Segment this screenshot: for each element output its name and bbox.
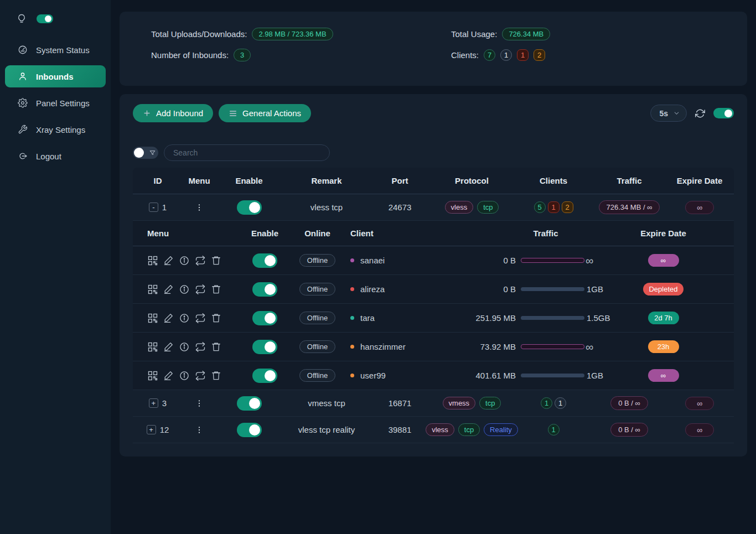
general-actions-button[interactable]: General Actions — [219, 104, 311, 122]
search-input[interactable] — [164, 144, 330, 161]
client-count-badge: 1 — [548, 201, 560, 213]
auto-refresh-toggle[interactable] — [713, 108, 734, 118]
stats-left: Total Uploads/Downloads: 2.98 MB / 723.3… — [151, 27, 451, 86]
client-name: tara — [360, 313, 375, 323]
client-expire-badge: ∞ — [648, 254, 679, 267]
col-header-id: ID — [133, 176, 183, 185]
inbounds-card: Add Inbound General Actions 5s — [120, 94, 747, 457]
sidebar-item-inbounds[interactable]: Inbounds — [5, 65, 106, 87]
info-icon[interactable] — [179, 284, 190, 295]
traffic-limit: 1.5GB — [584, 313, 610, 323]
reset-traffic-icon[interactable] — [195, 370, 206, 381]
row-menu-button[interactable] — [195, 399, 204, 408]
plus-icon — [143, 109, 151, 117]
delete-icon[interactable] — [211, 284, 221, 294]
clients-subtable: Menu Enable Online Client Traffic Expire… — [133, 221, 734, 390]
protocol-badge: vmess — [443, 397, 476, 409]
client-row-alireza: Offline alireza 0 B 1GB Depleted — [133, 275, 734, 304]
edit-icon[interactable] — [163, 313, 174, 323]
delete-icon[interactable] — [211, 313, 221, 323]
sidebar-nav: System Status Inbounds Panel Settings Xr… — [0, 37, 111, 169]
row-menu-button[interactable] — [195, 203, 204, 212]
collapse-button[interactable]: - — [149, 203, 158, 212]
theme-row — [0, 11, 111, 27]
row-menu-button[interactable] — [195, 426, 204, 434]
inbound-enable-toggle[interactable] — [237, 396, 262, 411]
subcol-online: Online — [291, 229, 344, 238]
info-icon[interactable] — [179, 341, 190, 352]
sidebar-item-xray-settings[interactable]: Xray Settings — [0, 116, 111, 143]
subtable-header: Menu Enable Online Client Traffic Expire… — [133, 221, 734, 246]
user-icon — [18, 71, 28, 81]
client-count-badge: 7 — [484, 49, 495, 61]
client-enable-toggle[interactable] — [252, 369, 277, 383]
dark-mode-toggle[interactable] — [37, 14, 53, 23]
delete-icon[interactable] — [211, 370, 221, 381]
subcol-client: Client — [344, 229, 454, 238]
search-row — [133, 144, 734, 161]
edit-icon[interactable] — [163, 370, 174, 381]
client-enable-toggle[interactable] — [252, 340, 277, 354]
reset-traffic-icon[interactable] — [195, 284, 206, 295]
add-inbound-label: Add Inbound — [156, 108, 203, 118]
col-header-expire: Expire Date — [666, 176, 733, 185]
stat-label: Number of Inbounds: — [151, 50, 229, 60]
info-icon[interactable] — [179, 255, 190, 266]
traffic-badge: 726.34 MB / ∞ — [599, 200, 660, 214]
qrcode-icon[interactable] — [147, 284, 158, 295]
client-count-badge: 1 — [541, 397, 552, 409]
general-actions-label: General Actions — [242, 108, 301, 118]
qrcode-icon[interactable] — [147, 313, 158, 324]
online-status-badge: Offline — [299, 340, 335, 353]
info-icon[interactable] — [179, 370, 190, 381]
sidebar: System Status Inbounds Panel Settings Xr… — [0, 0, 111, 534]
info-icon[interactable] — [179, 313, 190, 324]
stat-label: Total Uploads/Downloads: — [151, 29, 247, 39]
filter-toggle[interactable] — [133, 147, 158, 159]
gauge-icon — [18, 45, 28, 55]
inbound-id: 1 — [162, 203, 167, 212]
client-enable-toggle[interactable] — [252, 282, 277, 297]
delete-icon[interactable] — [211, 255, 221, 266]
edit-icon[interactable] — [163, 284, 174, 294]
expand-button[interactable]: + — [147, 425, 156, 434]
client-name: sanaei — [360, 256, 385, 265]
inbounds-table: ID Menu Enable Remark Port Protocol Clie… — [133, 168, 734, 443]
add-inbound-button[interactable]: Add Inbound — [133, 104, 213, 122]
sidebar-item-label: System Status — [36, 45, 90, 55]
client-enable-toggle[interactable] — [252, 311, 277, 325]
refresh-interval-select[interactable]: 5s — [650, 105, 687, 122]
qrcode-icon[interactable] — [147, 341, 158, 352]
sidebar-item-panel-settings[interactable]: Panel Settings — [0, 90, 111, 116]
client-row-hanszimmer: Offline hanszimmer 73.92 MB ∞ 23h — [133, 333, 734, 361]
delete-icon[interactable] — [211, 341, 221, 352]
inbound-enable-toggle[interactable] — [237, 423, 262, 437]
bulb-icon — [17, 14, 27, 24]
inbound-enable-toggle[interactable] — [237, 200, 262, 215]
qrcode-icon[interactable] — [147, 370, 158, 381]
col-header-clients: Clients — [515, 176, 592, 185]
edit-icon[interactable] — [163, 341, 174, 352]
expire-badge: ∞ — [685, 423, 714, 437]
client-expire-badge: 2d 7h — [648, 312, 679, 324]
sidebar-item-logout[interactable]: Logout — [0, 143, 111, 169]
client-dot — [350, 374, 354, 377]
inbound-id: 3 — [162, 398, 167, 408]
refresh-icon[interactable] — [695, 108, 705, 118]
reset-traffic-icon[interactable] — [195, 255, 206, 266]
traffic-used: 401.61 MB — [454, 371, 521, 380]
qrcode-icon[interactable] — [147, 255, 158, 266]
client-enable-toggle[interactable] — [252, 253, 277, 268]
client-expire-badge: 23h — [648, 340, 679, 353]
reset-traffic-icon[interactable] — [195, 313, 206, 324]
stat-uploads: Total Uploads/Downloads: 2.98 MB / 723.3… — [151, 27, 451, 42]
client-count-badge: 1 — [555, 397, 566, 409]
sidebar-item-system-status[interactable]: System Status — [0, 37, 111, 63]
reset-traffic-icon[interactable] — [195, 341, 206, 352]
expand-button[interactable]: + — [149, 398, 158, 408]
client-name: alireza — [360, 284, 385, 294]
stat-inbounds: Number of Inbounds: 3 — [151, 48, 451, 63]
edit-icon[interactable] — [163, 255, 174, 266]
col-header-port: Port — [371, 176, 429, 185]
client-row-tara: Offline tara 251.95 MB 1.5GB 2d 7h — [133, 304, 734, 333]
